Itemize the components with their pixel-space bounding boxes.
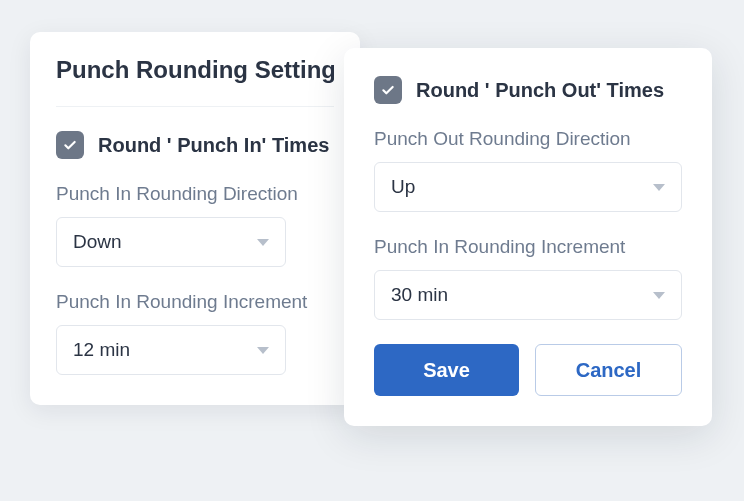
round-punch-in-checkbox-row[interactable]: Round ' Punch In' Times	[56, 131, 334, 159]
punch-out-direction-label: Punch Out Rounding Direction	[374, 128, 682, 150]
punch-in-direction-select[interactable]: Down	[56, 217, 286, 267]
punch-out-increment-value: 30 min	[391, 284, 448, 306]
punch-in-increment-value: 12 min	[73, 339, 130, 361]
chevron-down-icon	[653, 292, 665, 299]
panel-title: Punch Rounding Settings	[56, 56, 334, 107]
punch-in-increment-label: Punch In Rounding Increment	[56, 291, 334, 313]
round-punch-out-checkbox-row[interactable]: Round ' Punch Out' Times	[374, 76, 682, 104]
punch-out-settings-panel: Round ' Punch Out' Times Punch Out Round…	[344, 48, 712, 426]
round-punch-in-label: Round ' Punch In' Times	[98, 134, 329, 157]
chevron-down-icon	[257, 239, 269, 246]
round-punch-out-label: Round ' Punch Out' Times	[416, 79, 664, 102]
punch-out-direction-select[interactable]: Up	[374, 162, 682, 212]
cancel-button[interactable]: Cancel	[535, 344, 682, 396]
round-punch-out-checkbox[interactable]	[374, 76, 402, 104]
punch-out-increment-select[interactable]: 30 min	[374, 270, 682, 320]
button-row: Save Cancel	[374, 344, 682, 396]
save-button[interactable]: Save	[374, 344, 519, 396]
chevron-down-icon	[653, 184, 665, 191]
punch-in-settings-panel: Punch Rounding Settings Round ' Punch In…	[30, 32, 360, 405]
check-icon	[380, 82, 396, 98]
punch-out-direction-value: Up	[391, 176, 415, 198]
punch-out-increment-label: Punch In Rounding Increment	[374, 236, 682, 258]
chevron-down-icon	[257, 347, 269, 354]
punch-in-direction-value: Down	[73, 231, 122, 253]
round-punch-in-checkbox[interactable]	[56, 131, 84, 159]
check-icon	[62, 137, 78, 153]
punch-in-increment-select[interactable]: 12 min	[56, 325, 286, 375]
punch-in-direction-label: Punch In Rounding Direction	[56, 183, 334, 205]
